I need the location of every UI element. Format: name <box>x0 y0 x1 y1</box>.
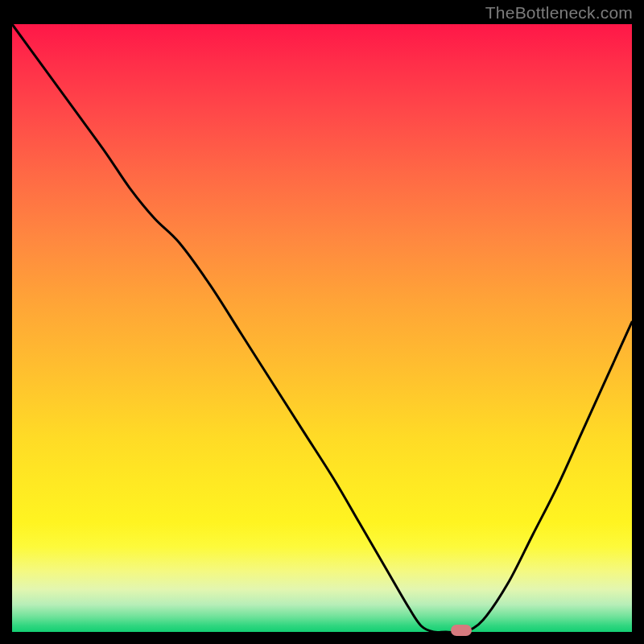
bottleneck-curve <box>12 24 632 632</box>
optimal-point-marker <box>451 625 472 636</box>
plot-area <box>12 24 632 632</box>
curve-path <box>12 24 632 633</box>
chart-frame: TheBottleneck.com <box>0 0 644 644</box>
watermark-label: TheBottleneck.com <box>485 3 633 23</box>
